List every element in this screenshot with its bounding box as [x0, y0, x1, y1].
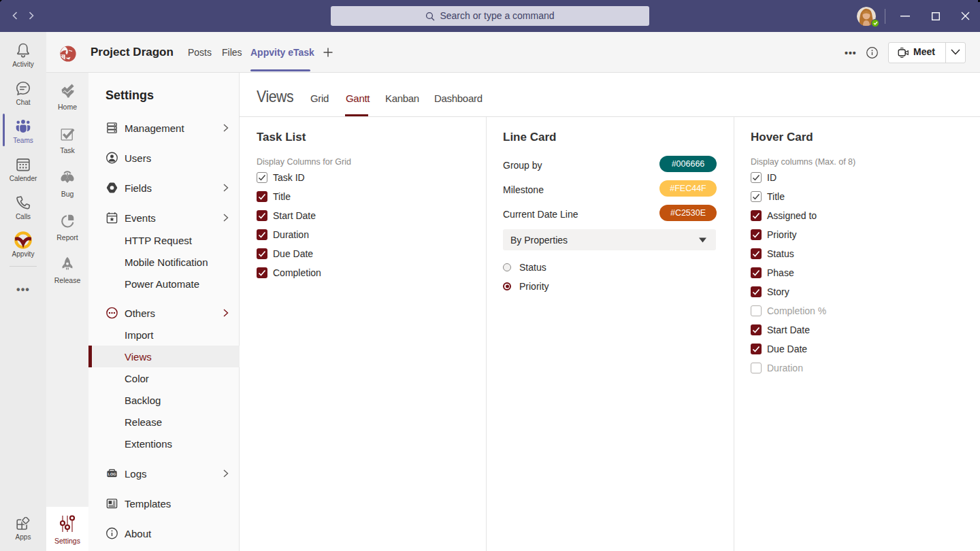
svg-text:LOG: LOG	[108, 472, 116, 476]
